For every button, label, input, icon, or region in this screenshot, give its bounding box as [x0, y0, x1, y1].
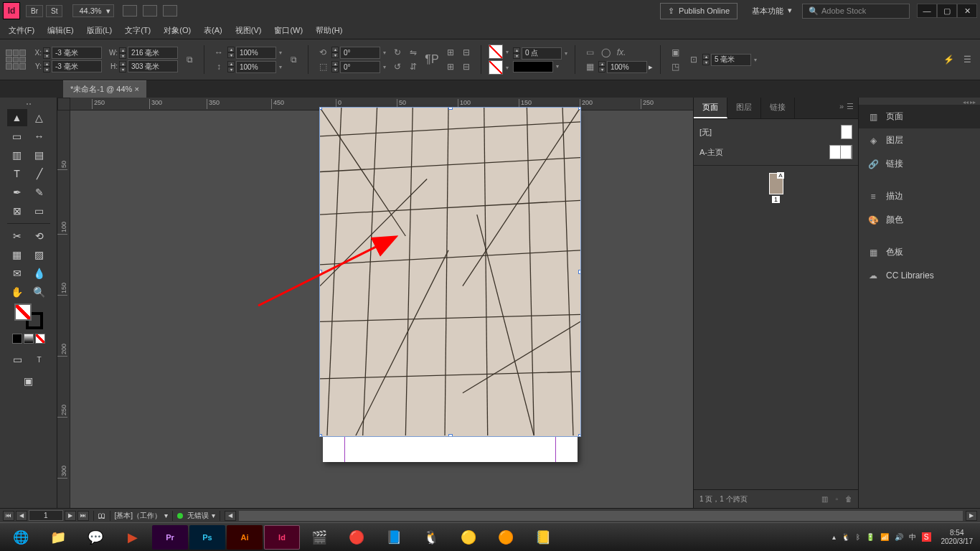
flip-h-icon[interactable]: ⇋	[406, 46, 420, 59]
taskbar-notes[interactable]: 📒	[525, 525, 561, 550]
h-input[interactable]	[128, 60, 178, 72]
page-1-thumb[interactable]: A	[769, 173, 783, 194]
placed-image-frame[interactable]	[319, 107, 581, 437]
flip-v-icon[interactable]: ⇵	[406, 60, 420, 73]
taskbar-illustrator[interactable]: Ai	[227, 525, 263, 550]
dock-swatches[interactable]: ▦色板	[859, 240, 980, 264]
shear-input[interactable]	[340, 61, 380, 73]
dock-cc-libraries[interactable]: ☁CC Libraries	[859, 264, 980, 287]
fx-icon[interactable]: fx.	[614, 46, 628, 59]
edit-page-size-icon[interactable]: ▥	[821, 495, 828, 503]
publish-online-button[interactable]: ⇪ Publish Online	[660, 3, 738, 19]
corner-icon[interactable]: ◳	[668, 60, 682, 73]
menu-type[interactable]: 文字(T)	[125, 25, 151, 36]
tray-bluetooth-icon[interactable]: ᛒ	[856, 533, 860, 541]
stock-search-input[interactable]: 🔍 Adobe Stock	[802, 4, 910, 19]
inset-input[interactable]	[711, 54, 751, 66]
menu-object[interactable]: 对象(O)	[164, 25, 191, 36]
dock-stroke[interactable]: ≡描边	[859, 184, 980, 208]
dock-links[interactable]: 🔗链接	[859, 152, 980, 176]
tray-battery-icon[interactable]: 🔋	[866, 533, 875, 541]
fx-circle-icon[interactable]: ◯	[598, 46, 613, 59]
tray-expand-icon[interactable]: ▴	[832, 533, 836, 541]
tray-sogou-icon[interactable]: S	[922, 532, 931, 542]
apply-color[interactable]	[12, 334, 22, 344]
stroke-swatch[interactable]	[489, 60, 503, 75]
first-page-button[interactable]: ⏮	[3, 511, 14, 521]
current-page-field[interactable]: 1	[29, 510, 63, 521]
taskbar-photoshop[interactable]: Ps	[189, 525, 225, 550]
preflight-status-label[interactable]: 无错误	[187, 511, 209, 521]
constrain-scale-icon[interactable]: ⧉	[286, 53, 301, 66]
new-page-icon[interactable]: ▫	[835, 495, 838, 503]
scroll-left-button[interactable]: ◀	[225, 511, 236, 521]
pages-thumbnails[interactable]: A 1	[694, 165, 858, 489]
taskbar-qq[interactable]: 🐧	[413, 525, 449, 550]
reference-point[interactable]	[6, 50, 26, 70]
links-panel-tab[interactable]: 链接	[761, 98, 795, 118]
collapse-icon[interactable]: »	[839, 102, 844, 114]
y-input[interactable]	[52, 60, 102, 72]
workspace-dropdown[interactable]: 基本功能	[746, 3, 795, 19]
taskbar-app-4[interactable]: 🟠	[488, 525, 524, 550]
taskbar-indesign[interactable]: Id	[264, 525, 300, 550]
align-icon-3[interactable]: ⊞	[443, 60, 458, 73]
rect-tool[interactable]: ▭	[29, 202, 50, 220]
rect-frame-tool[interactable]: ⊠	[7, 202, 27, 220]
fill-swatch-tool[interactable]	[14, 303, 32, 321]
close-button[interactable]: ✕	[957, 4, 977, 18]
canvas-area[interactable]: 250 300 350 450 0 50 100 150 200 250 50 …	[57, 98, 693, 508]
view-mode-normal[interactable]: ▭	[8, 351, 28, 368]
last-page-button[interactable]: ⏭	[77, 511, 89, 521]
w-input[interactable]	[128, 47, 178, 59]
horizontal-scrollbar[interactable]	[239, 511, 963, 521]
menu-layout[interactable]: 版面(L)	[87, 25, 112, 36]
direct-selection-tool[interactable]: △	[29, 109, 50, 126]
master-a-row[interactable]: A-主页	[694, 142, 858, 162]
document-tab[interactable]: *未命名-1 @ 44% ×	[63, 80, 146, 98]
screen-mode[interactable]: ▣	[19, 372, 39, 390]
view-icon-1[interactable]	[123, 5, 137, 17]
pencil-tool[interactable]: ✎	[29, 184, 50, 201]
tray-volume-icon[interactable]: 🔊	[895, 533, 903, 541]
align-icon-4[interactable]: ⊟	[459, 60, 473, 73]
maximize-button[interactable]: ▢	[937, 4, 957, 18]
align-icon-1[interactable]: ⊞	[443, 46, 458, 59]
scale-x-input[interactable]	[236, 47, 276, 59]
view-icon-3[interactable]	[163, 5, 177, 17]
tray-wifi-icon[interactable]: 📶	[880, 533, 889, 541]
stroke-weight-input[interactable]	[522, 47, 562, 60]
align-icon-2[interactable]: ⊟	[459, 46, 473, 59]
bridge-button[interactable]: Br	[26, 5, 43, 17]
taskbar-app-1[interactable]: 🎬	[301, 525, 337, 550]
layers-panel-tab[interactable]: 图层	[727, 98, 761, 118]
menu-view[interactable]: 视图(V)	[235, 25, 262, 36]
quick-apply-icon[interactable]: ⚡	[941, 53, 956, 66]
note-tool[interactable]: ✉	[7, 265, 27, 282]
view-mode-preview[interactable]: T	[29, 351, 50, 368]
taskbar-wechat[interactable]: 💬	[77, 525, 113, 550]
minimize-button[interactable]: —	[917, 4, 937, 18]
hand-tool[interactable]: ✋	[7, 283, 27, 301]
scroll-right-button[interactable]: ▶	[966, 511, 977, 521]
taskbar-chrome[interactable]: 🟡	[451, 525, 486, 550]
scale-y-input[interactable]	[236, 61, 276, 73]
dock-color[interactable]: 🎨颜色	[859, 208, 980, 232]
free-transform-tool[interactable]: ⟲	[29, 227, 50, 245]
rotate-cw-icon[interactable]: ↻	[390, 46, 405, 59]
content-collector-tool[interactable]: ▥	[7, 146, 27, 164]
rotate-ccw-icon[interactable]: ↺	[390, 60, 405, 73]
zoom-tool[interactable]: 🔍	[29, 283, 50, 301]
taskbar-explorer[interactable]: 📁	[40, 525, 76, 550]
apply-gradient[interactable]	[24, 334, 34, 344]
prev-page-button[interactable]: ◀	[16, 511, 27, 521]
rotate-input[interactable]	[340, 47, 380, 59]
apply-none[interactable]	[35, 334, 45, 344]
panel-menu-icon[interactable]: ☰	[847, 102, 854, 114]
fill-swatch[interactable]	[489, 44, 503, 59]
gap-tool[interactable]: ↔	[29, 128, 50, 145]
tray-qq-icon[interactable]: 🐧	[842, 533, 850, 541]
taskbar-premiere[interactable]: Pr	[152, 525, 188, 550]
taskbar-app-3[interactable]: 📘	[376, 525, 412, 550]
menu-help[interactable]: 帮助(H)	[316, 25, 342, 36]
